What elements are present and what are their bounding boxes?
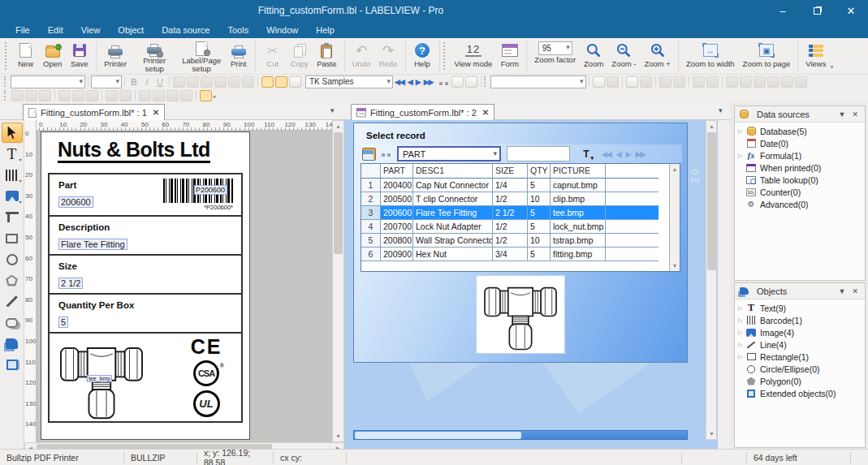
design-canvas[interactable]: Nuts & Bolts Ltd Part 200600 P200600 *P2… [37, 131, 332, 442]
scroll-up-icon[interactable]: ▲ [670, 164, 680, 174]
description-label[interactable]: Description [58, 222, 110, 232]
next-record-button[interactable]: ▶ [416, 78, 421, 86]
print-button[interactable]: Print [225, 39, 252, 73]
zoom-to-width-button[interactable]: ↔Zoom to width [682, 39, 739, 73]
design-vertical-scrollbar[interactable]: ▲ ▼ [332, 120, 344, 442]
scroll-down-icon[interactable]: ▼ [670, 260, 680, 271]
panel-menu-icon[interactable]: ▼ [836, 287, 849, 295]
center-h-icon[interactable] [106, 90, 118, 101]
printer-setup-button[interactable]: Printer setup [131, 39, 178, 73]
align-objects-bottom-icon[interactable] [86, 90, 98, 101]
shapes-tool-button[interactable]: ▾ [2, 334, 23, 354]
object-circle-ellipse[interactable]: Circle/Ellipse(0) [735, 363, 865, 375]
first-record-button[interactable]: ◀◀ [602, 150, 611, 158]
numbered-list-icon[interactable] [242, 76, 254, 88]
table-row[interactable]: 4 200700 Lock Nut Adapter 1/2 5 lock_nut… [361, 220, 680, 234]
bold-button[interactable]: B [128, 76, 140, 88]
form-vertical-scrollbar[interactable]: ▲ ▼ [706, 120, 717, 440]
table-view-icon[interactable] [465, 76, 477, 88]
link-icon[interactable] [593, 76, 605, 88]
minimize-button[interactable]: – [766, 0, 800, 21]
first-record-button[interactable]: ◀◀ [395, 78, 404, 86]
record-view-icon[interactable] [451, 76, 464, 88]
underline-button[interactable]: U [154, 76, 166, 88]
panel-menu-icon[interactable]: ▼ [836, 110, 849, 118]
next-record-button[interactable]: ▶ [626, 150, 631, 158]
column-header[interactable]: SIZE [493, 164, 528, 179]
barcode-tool-button[interactable]: ▾ [2, 165, 23, 185]
zoom-factor-select[interactable]: 95 [538, 41, 572, 55]
object-barcode[interactable]: ▷ Barcode(1) [735, 314, 865, 326]
font-size-select[interactable] [91, 75, 122, 88]
barcode-value-field[interactable]: P200600 [194, 185, 227, 195]
tee-fitting-image[interactable]: tee_bmp [59, 338, 144, 420]
find-record-icon[interactable] [437, 76, 449, 87]
redo-button[interactable]: ↷Redo [375, 39, 402, 73]
tab-close-icon[interactable]: ✕ [153, 108, 159, 117]
label-design[interactable]: Nuts & Bolts Ltd Part 200600 P200600 *P2… [41, 131, 250, 440]
table-row[interactable]: 6 200900 Hex Nut 3/4 5 fitting.bmp [361, 248, 680, 261]
toolbar-grip[interactable] [4, 76, 7, 87]
table-row[interactable]: 2 200500 T clip Connector 1/2 10 clip.bm… [361, 192, 680, 206]
form-horizontal-scrollbar[interactable] [353, 430, 688, 440]
database-form-icon[interactable] [289, 76, 301, 88]
object-properties-icon[interactable] [626, 76, 638, 88]
object-text[interactable]: ▷ T Text(9) [735, 302, 865, 314]
menu-item[interactable]: Data source [153, 23, 218, 37]
ul-logo[interactable]: UL [193, 390, 220, 417]
send-back-icon[interactable] [740, 76, 752, 88]
label-page-setup-button[interactable]: Label/Page setup [178, 39, 225, 73]
search-field-select[interactable]: PART [397, 146, 501, 161]
database-grid-icon[interactable] [275, 76, 287, 88]
view-mode-button[interactable]: 12View mode [451, 39, 497, 73]
image-object-tag[interactable]: tee_bmp [87, 375, 112, 382]
toolbar-overflow[interactable]: ▾ [830, 41, 835, 71]
last-record-button[interactable]: ▶▶ [636, 150, 646, 158]
last-record-button[interactable]: ▶▶ [424, 78, 434, 86]
datasource-database[interactable]: ▷ Database(5) [735, 125, 865, 137]
group-icon[interactable] [659, 76, 672, 88]
align-objects-left-icon[interactable] [11, 90, 24, 101]
toolbar-grip[interactable] [484, 76, 487, 87]
cut-button[interactable]: ✂Cut [259, 39, 286, 73]
size-label[interactable]: Size [58, 261, 77, 271]
label-title-text[interactable]: Nuts & Bolts Ltd [58, 139, 210, 163]
zoom-plus-button[interactable]: Zoom + [640, 39, 674, 73]
align-objects-top-icon[interactable] [58, 90, 71, 101]
table-row[interactable]: 5 200800 Wall Strap Connector 1/2 10 tst… [361, 234, 680, 248]
select-tool-button[interactable]: ▾ [2, 123, 23, 143]
part-label[interactable]: Part [58, 180, 76, 190]
printer-button[interactable]: Printer [100, 39, 131, 73]
undo-button[interactable]: ↶Undo [348, 39, 375, 73]
zoom-to-page-button[interactable]: ▣Zoom to page [739, 39, 795, 73]
distribute-v-icon[interactable] [795, 76, 807, 88]
new-button[interactable]: New [12, 39, 39, 73]
object-image[interactable]: ▷ Image(4) [735, 326, 865, 338]
bring-front-icon[interactable] [726, 76, 738, 88]
scroll-down-icon[interactable]: ▼ [333, 431, 343, 441]
table-row[interactable]: 3 200600 Flare Tee Fitting 2 1/2 5 tee.b… [361, 206, 680, 220]
database-select[interactable]: TK Samples [305, 75, 393, 88]
line-tool-button[interactable]: ▾ [2, 207, 23, 227]
column-header[interactable]: DESC1 [413, 164, 493, 179]
database-connect-icon[interactable] [261, 76, 274, 88]
lock-object-icon[interactable] [640, 76, 652, 88]
same-height-icon[interactable] [153, 90, 165, 101]
datasource-advanced[interactable]: ⚙ Advanced(0) [735, 198, 865, 210]
menu-item[interactable]: Window [257, 23, 307, 37]
size-value-field[interactable]: 2 1/2 [58, 278, 83, 289]
tab-form-view[interactable]: Fitting_customForm.lbl* : 2 ✕ [351, 104, 494, 120]
object-rectangle[interactable]: ▷ Rectangle(1) [735, 351, 865, 363]
object-name-select[interactable] [490, 75, 586, 88]
object-extended[interactable]: Extended objects(0) [735, 387, 865, 399]
toolbar-grip[interactable] [443, 42, 447, 70]
align-right-icon[interactable] [201, 76, 213, 88]
save-button[interactable]: Save [66, 39, 93, 73]
align-objects-right-icon[interactable] [39, 90, 51, 101]
align-top-icon[interactable] [754, 76, 766, 88]
previous-record-button[interactable]: ◀ [408, 78, 412, 86]
quantity-label[interactable]: Quantity Per Box [58, 300, 134, 310]
zoom-button[interactable]: Zoom [580, 39, 607, 73]
snap-grid-icon[interactable] [200, 90, 212, 101]
align-bottom-icon[interactable] [767, 76, 779, 88]
